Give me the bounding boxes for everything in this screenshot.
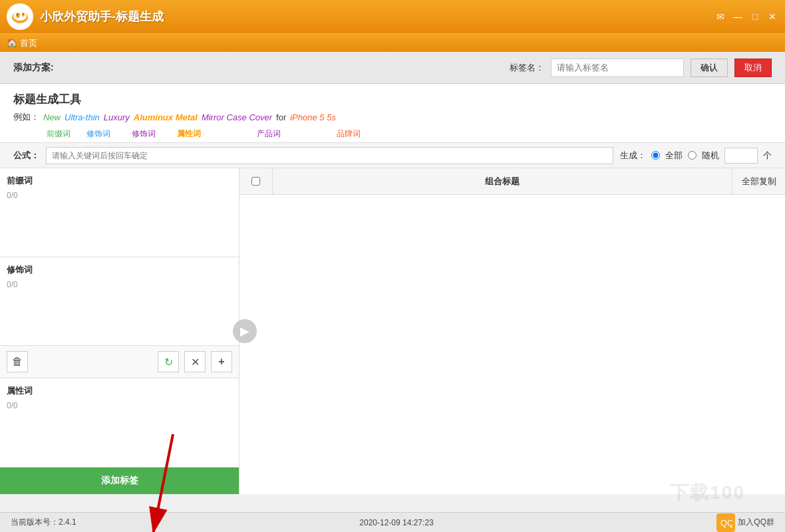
modifier-title: 修饰词 xyxy=(7,264,232,276)
action-row: 🗑 ↻ ✕ + xyxy=(0,346,239,378)
version-label: 当前版本号：2.4.1 xyxy=(11,517,77,528)
prefix-section: 前缀词 0/0 xyxy=(0,168,239,257)
example-word-new: New xyxy=(43,112,61,122)
app-logo xyxy=(7,3,33,30)
cat-attr-label: 属性词 xyxy=(174,128,254,140)
attr-title: 属性词 xyxy=(7,385,232,397)
svg-point-2 xyxy=(16,13,20,18)
radio-all-label[interactable]: 全部 xyxy=(665,150,683,162)
radio-all[interactable] xyxy=(651,151,660,160)
count-unit: 个 xyxy=(763,150,772,162)
example-word-ultrathin: Ultra-thin xyxy=(65,112,100,122)
home-icon: 🏠 xyxy=(7,38,17,48)
qq-label: 加入QQ群 xyxy=(738,517,774,528)
svg-point-1 xyxy=(13,11,27,21)
add-item-button[interactable]: + xyxy=(211,351,232,372)
category-labels: 前缀词 修饰词 修饰词 属性词 产品词 品牌词 xyxy=(44,128,772,142)
arrow-icon: ▶ xyxy=(240,324,249,338)
delete-button[interactable]: 🗑 xyxy=(7,351,28,372)
message-icon[interactable]: ✉ xyxy=(714,11,726,23)
nav-home[interactable]: 🏠 首页 xyxy=(7,37,37,49)
attr-section: 属性词 0/0 xyxy=(0,378,239,467)
delete-item-button[interactable]: ✕ xyxy=(184,351,206,372)
svg-point-4 xyxy=(17,14,18,15)
minimize-button[interactable]: — xyxy=(732,11,744,23)
qq-logo: QQ xyxy=(719,516,732,529)
example-label: 例如： xyxy=(13,111,39,123)
radio-random-label[interactable]: 随机 xyxy=(702,150,719,162)
modifier-section: 修饰词 0/0 xyxy=(0,257,239,346)
example-word-mirror: Mirror Case Cover xyxy=(202,112,272,122)
cat-product-label: 产品词 xyxy=(254,128,314,140)
close-button[interactable]: ✕ xyxy=(766,11,778,23)
cancel-button[interactable]: 取消 xyxy=(734,59,772,77)
statusbar: 当前版本号：2.4.1 2020-12-09 14:27:23 QQ 加入QQ群 xyxy=(0,512,785,532)
titlebar: 小欣外贸助手-标题生成 ✉ — □ ✕ xyxy=(0,0,785,33)
radio-random[interactable] xyxy=(688,151,697,160)
example-word-luxury: Luxury xyxy=(104,112,130,122)
cat-mod1-label: 修饰词 xyxy=(84,128,129,140)
nav-home-label: 首页 xyxy=(20,37,37,49)
body-layout: 前缀词 0/0 修饰词 0/0 🗑 ↻ ✕ + 属性词 0/0 添加标签 ▶ xyxy=(0,168,785,494)
qq-group-button[interactable]: QQ 加入QQ群 xyxy=(716,513,774,532)
datetime-label: 2020-12-09 14:27:23 xyxy=(359,518,433,527)
copy-all-button[interactable]: 全部复制 xyxy=(732,168,785,194)
combined-title-label: 组合标题 xyxy=(485,176,520,188)
count-input[interactable]: 100 xyxy=(724,148,758,164)
prefix-title: 前缀词 xyxy=(7,175,232,187)
formula-input[interactable] xyxy=(46,147,613,164)
formula-label: 公式： xyxy=(13,150,39,162)
svg-point-3 xyxy=(22,13,25,17)
cat-mod2-label: 修饰词 xyxy=(129,128,174,140)
confirm-button[interactable]: 确认 xyxy=(691,59,728,77)
tool-header: 标题生成工具 例如： New Ultra-thin Luxury Aluminu… xyxy=(0,84,785,143)
cat-prefix-label: 前缀词 xyxy=(44,128,84,140)
scheme-label: 添加方案: xyxy=(13,62,54,74)
app-title: 小欣外贸助手-标题生成 xyxy=(40,9,164,25)
table-header: 组合标题 全部复制 xyxy=(239,168,785,195)
example-word-for: for xyxy=(276,112,286,122)
logo-icon xyxy=(10,7,30,27)
qq-icon: QQ xyxy=(716,513,735,532)
example-row: 例如： New Ultra-thin Luxury Aluminux Metal… xyxy=(13,111,772,128)
example-word-metal: Aluminux Metal xyxy=(134,112,198,122)
modifier-count: 0/0 xyxy=(7,280,232,289)
select-all-col xyxy=(239,168,273,194)
refresh-button[interactable]: ↻ xyxy=(158,351,179,372)
right-panel: 组合标题 全部复制 xyxy=(239,168,785,494)
tag-name-input[interactable] xyxy=(551,59,684,77)
select-all-checkbox[interactable] xyxy=(251,177,260,186)
toolbar: 添加方案: 标签名： 确认 取消 xyxy=(0,52,785,84)
formula-bar: 公式： 生成： 全部 随机 100 个 xyxy=(0,143,785,168)
cat-brand-label: 品牌词 xyxy=(334,128,387,140)
attr-count: 0/0 xyxy=(7,401,232,410)
example-word-iphone: iPhone 5 5s xyxy=(290,112,336,122)
table-body xyxy=(239,195,785,494)
window-controls: ✉ — □ ✕ xyxy=(714,11,778,23)
svg-point-5 xyxy=(23,13,24,15)
combined-title-col: 组合标题 xyxy=(273,176,732,188)
maximize-button[interactable]: □ xyxy=(749,11,761,23)
add-tag-button[interactable]: 添加标签 xyxy=(0,467,239,494)
generate-label: 生成： xyxy=(620,150,646,162)
tool-title: 标题生成工具 xyxy=(13,92,772,107)
tag-name-label: 标签名： xyxy=(510,62,544,74)
generate-arrow-button[interactable]: ▶ xyxy=(233,319,257,343)
left-panel: 前缀词 0/0 修饰词 0/0 🗑 ↻ ✕ + 属性词 0/0 添加标签 xyxy=(0,168,239,494)
svg-text:QQ: QQ xyxy=(720,518,732,528)
prefix-count: 0/0 xyxy=(7,191,232,200)
nav-bar: 🏠 首页 xyxy=(0,33,785,52)
generate-section: 生成： 全部 随机 100 个 xyxy=(620,148,772,164)
